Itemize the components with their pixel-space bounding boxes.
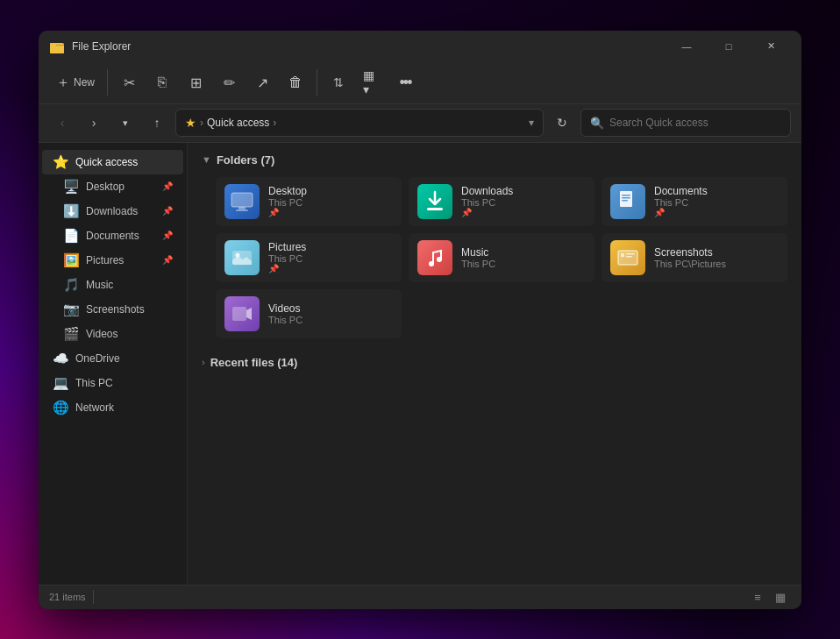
folder-downloads-name: Downloads <box>461 185 513 197</box>
folder-videos-info: Videos This PC <box>268 302 303 325</box>
sidebar-item-videos[interactable]: 🎬 Videos <box>42 322 183 346</box>
folder-downloads-icon <box>417 184 452 219</box>
folder-music-sub: This PC <box>461 259 495 269</box>
search-icon: 🔍 <box>590 117 604 130</box>
copy-button[interactable]: ⎘ <box>146 67 178 98</box>
folder-music[interactable]: Music This PC <box>409 233 594 282</box>
grid-view-button[interactable]: ▦ <box>770 587 791 607</box>
sidebar-label-documents: Documents <box>86 230 155 242</box>
sidebar-label-onedrive: OneDrive <box>75 352 173 365</box>
folder-desktop-info: Desktop This PC 📌 <box>268 185 307 217</box>
folder-pictures-icon <box>224 240 260 275</box>
sidebar-item-onedrive[interactable]: ☁️ OneDrive <box>42 346 183 371</box>
sidebar-label-thispc: This PC <box>75 377 173 389</box>
search-input[interactable] <box>609 117 781 129</box>
svg-rect-9 <box>622 195 630 196</box>
rename-button[interactable]: ✏ <box>213 67 245 98</box>
history-dropdown-button[interactable]: ▾ <box>112 110 139 136</box>
sidebar-item-quick-access[interactable]: ⭐ Quick access <box>42 150 183 174</box>
folder-documents-name: Documents <box>654 185 708 197</box>
folder-videos[interactable]: Videos This PC <box>216 289 402 338</box>
onedrive-icon: ☁️ <box>53 351 68 366</box>
path-separator-2: › <box>273 117 276 129</box>
sidebar-item-desktop[interactable]: 🖥️ Desktop 📌 <box>42 174 183 199</box>
svg-rect-1 <box>50 45 64 53</box>
sidebar-item-thispc[interactable]: 💻 This PC <box>42 371 183 395</box>
search-box[interactable]: 🔍 <box>580 109 791 137</box>
sidebar-item-pictures[interactable]: 🖼️ Pictures 📌 <box>42 248 183 273</box>
share-button[interactable]: ↗ <box>246 67 278 98</box>
sidebar: ⭐ Quick access 🖥️ Desktop 📌 ⬇️ Downloads… <box>39 143 188 585</box>
folder-documents[interactable]: Documents This PC 📌 <box>602 177 787 226</box>
paste-button[interactable]: ⊞ <box>180 67 211 98</box>
sidebar-item-downloads[interactable]: ⬇️ Downloads 📌 <box>42 199 183 224</box>
sort-button[interactable]: ⇅ <box>323 67 354 98</box>
downloads-pin-icon: 📌 <box>162 206 173 216</box>
screenshots-icon: 📷 <box>63 302 79 317</box>
sidebar-label-videos: Videos <box>86 328 173 340</box>
view-options-button[interactable]: ▦ ▾ <box>356 67 388 98</box>
sidebar-item-documents[interactable]: 📄 Documents 📌 <box>42 224 183 248</box>
back-button[interactable]: ‹ <box>49 110 75 136</box>
folder-videos-sub: This PC <box>268 315 303 325</box>
svg-rect-20 <box>626 256 632 258</box>
refresh-button[interactable]: ↻ <box>549 110 575 136</box>
new-label: New <box>74 76 95 89</box>
toolbar: ＋ New ✂ ⎘ ⊞ ✏ ↗ 🗑 ⇅ ▦ ▾ ••• <box>39 62 801 104</box>
folder-downloads-info: Downloads This PC 📌 <box>461 185 513 217</box>
toolbar-separator-1 <box>107 69 108 96</box>
sidebar-label-quick-access: Quick access <box>75 156 173 168</box>
folder-desktop-sub: This PC <box>268 197 307 208</box>
folder-videos-name: Videos <box>268 302 303 315</box>
folders-section-title: Folders (7) <box>217 153 274 167</box>
folder-downloads[interactable]: Downloads This PC 📌 <box>409 177 594 226</box>
folder-music-name: Music <box>461 246 495 259</box>
new-button[interactable]: ＋ New <box>49 65 102 100</box>
folders-section-header[interactable]: ▼ Folders (7) <box>202 153 787 167</box>
folders-collapse-icon: ▼ <box>202 154 211 165</box>
documents-icon: 📄 <box>63 228 79 244</box>
folder-pictures[interactable]: Pictures This PC 📌 <box>216 233 402 282</box>
pictures-icon: 🖼️ <box>63 252 79 268</box>
folder-desktop[interactable]: Desktop This PC 📌 <box>216 177 402 226</box>
folder-music-info: Music This PC <box>461 246 495 269</box>
main-area: ⭐ Quick access 🖥️ Desktop 📌 ⬇️ Downloads… <box>39 143 801 585</box>
close-button[interactable]: ✕ <box>751 32 791 60</box>
music-icon: 🎵 <box>63 277 79 293</box>
folder-desktop-pin: 📌 <box>268 208 307 217</box>
more-options-button[interactable]: ••• <box>389 67 421 98</box>
sidebar-label-screenshots: Screenshots <box>86 303 173 316</box>
desktop-icon: 🖥️ <box>63 179 79 195</box>
recent-section-title: Recent files (14) <box>210 356 298 369</box>
folder-desktop-name: Desktop <box>268 185 307 197</box>
folder-screenshots-info: Screenshots This PC\Pictures <box>654 246 726 269</box>
recent-files-section-header[interactable]: › Recent files (14) <box>202 356 787 369</box>
new-plus-icon: ＋ <box>56 75 70 89</box>
minimize-button[interactable]: — <box>666 32 707 60</box>
svg-rect-2 <box>50 43 56 46</box>
sidebar-item-music[interactable]: 🎵 Music <box>42 273 183 297</box>
recent-collapse-icon: › <box>202 357 205 367</box>
folder-music-icon <box>417 240 452 275</box>
svg-rect-3 <box>231 193 253 207</box>
forward-button[interactable]: › <box>81 110 107 136</box>
svg-rect-8 <box>620 191 632 207</box>
maximize-button[interactable]: □ <box>708 32 749 60</box>
sidebar-item-network[interactable]: 🌐 Network <box>42 395 183 420</box>
svg-rect-5 <box>238 207 246 209</box>
videos-icon: 🎬 <box>63 326 79 342</box>
cut-button[interactable]: ✂ <box>113 67 145 98</box>
delete-button[interactable]: 🗑 <box>280 67 311 98</box>
folder-screenshots-icon <box>610 240 645 275</box>
sidebar-item-screenshots[interactable]: 📷 Screenshots <box>42 297 183 322</box>
folder-pictures-info: Pictures This PC 📌 <box>268 241 306 273</box>
list-view-button[interactable]: ≡ <box>747 587 768 607</box>
address-path[interactable]: ★ › Quick access › ▾ <box>175 109 544 137</box>
folder-pictures-sub: This PC <box>268 253 306 264</box>
window-title: File Explorer <box>72 40 666 53</box>
up-button[interactable]: ↑ <box>144 110 170 136</box>
folder-screenshots[interactable]: Screenshots This PC\Pictures <box>602 233 787 282</box>
folders-grid: Desktop This PC 📌 Downloads <box>202 177 787 338</box>
sidebar-label-desktop: Desktop <box>86 181 155 193</box>
window-controls: — □ ✕ <box>666 32 791 60</box>
